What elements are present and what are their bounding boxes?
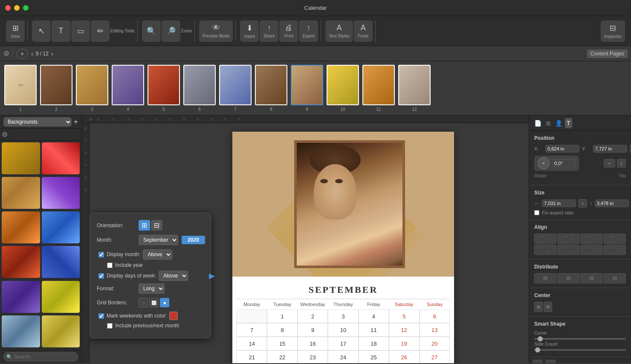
content-pages-button[interactable]: Content Pages [587, 49, 628, 58]
view-button[interactable]: ⊞ View [6, 20, 25, 42]
thumbnail-12[interactable]: 12 [397, 65, 431, 112]
dist-top-button[interactable]: ⊟ [604, 273, 626, 283]
display-days-select[interactable]: Above [159, 271, 188, 281]
align-right-button[interactable]: ⬛ [581, 234, 603, 244]
year-input[interactable]: 2020 [182, 236, 205, 244]
preview-button[interactable]: 👁 Preview Mode [199, 20, 233, 42]
close-button[interactable] [5, 5, 11, 11]
align-left-button[interactable]: ⬛ [534, 234, 556, 244]
dist-right-button[interactable]: ⊟ [581, 273, 603, 283]
thumbnail-scroll[interactable]: Cal 1 2 3 4 5 [0, 61, 631, 115]
align-distribute-v-button[interactable]: ⬛ [604, 245, 626, 255]
thumbnail-5[interactable]: 5 [147, 65, 181, 112]
display-days-checkbox[interactable] [98, 273, 104, 279]
background-item-12[interactable] [42, 315, 80, 347]
layer-grid-button[interactable]: ⊟ [546, 360, 556, 363]
inspector-tab-person[interactable]: 👤 [553, 118, 564, 128]
border-none-button[interactable]: □ [139, 298, 148, 307]
background-item-3[interactable] [2, 177, 40, 209]
center-v-button[interactable]: ⊕ [544, 302, 552, 312]
thumbnail-7[interactable]: 7 [218, 65, 252, 112]
thumbnail-3[interactable]: 3 [75, 65, 109, 112]
width-chevron-button[interactable]: › [579, 199, 587, 208]
thumbnail-2[interactable]: 2 [39, 65, 73, 112]
background-item-7[interactable] [2, 246, 40, 278]
align-bottom-button[interactable]: ⬛ [557, 245, 579, 255]
background-item-5[interactable] [2, 211, 40, 243]
align-center-v-button[interactable]: ⬛ [534, 245, 556, 255]
thumbnail-11[interactable]: 11 [362, 65, 396, 112]
y-input[interactable] [593, 145, 627, 153]
side-count-row: Side Count [534, 341, 626, 347]
thumbnail-1[interactable]: Cal 1 [3, 65, 38, 112]
center-h-button[interactable]: ⊕ [534, 302, 543, 312]
settings-icon[interactable]: ⚙ [3, 49, 9, 58]
prev-page-button[interactable]: ‹ [31, 50, 33, 57]
zoom-out-button[interactable]: 🔍 [142, 20, 161, 42]
month-select[interactable]: September [139, 235, 178, 245]
sidebar-add-button[interactable]: + [73, 118, 78, 127]
width-input[interactable] [542, 199, 576, 207]
mark-weekends-checkbox[interactable] [98, 313, 104, 319]
shape-tool-button[interactable]: ▭ [71, 20, 90, 42]
align-center-h-button[interactable]: ⬛ [557, 234, 579, 244]
background-item-6[interactable] [42, 211, 80, 243]
thumbnail-6[interactable]: 6 [182, 65, 217, 112]
text-styles-button[interactable]: A Text Styles [325, 20, 353, 42]
background-item-1[interactable] [2, 142, 40, 174]
minimize-button[interactable] [14, 5, 20, 11]
border-thin-button[interactable]: ⬜ [149, 298, 159, 307]
print-button[interactable]: 🖨 Print [279, 20, 298, 42]
thumbnail-4[interactable]: 4 [111, 65, 145, 112]
sidebar-category-dropdown[interactable]: Backgrounds [3, 117, 72, 127]
align-distribute-h-button[interactable]: ⬛ [581, 245, 603, 255]
arrow-tool-button[interactable]: ↖ [32, 20, 51, 42]
weekend-color-swatch[interactable] [169, 312, 178, 320]
format-select[interactable]: Long [139, 283, 165, 294]
thumbnail-9[interactable]: 9 [290, 65, 324, 112]
inspector-tab-layout[interactable]: ⊞ [544, 118, 553, 128]
export-button[interactable]: ↑ Export [299, 20, 318, 42]
background-item-4[interactable] [42, 177, 80, 209]
include-year-checkbox[interactable] [107, 263, 113, 268]
layer-stack-button[interactable]: ⊞ [533, 360, 542, 363]
dist-left-button[interactable]: ⊟ [534, 273, 556, 283]
thumbnail-8[interactable]: 8 [254, 65, 288, 112]
search-input[interactable] [3, 352, 78, 361]
flip-vertical-button[interactable]: ↕ [617, 159, 626, 168]
inspector-button[interactable]: ⊟ Inspector [601, 20, 625, 42]
align-top-button[interactable]: ⬛ [604, 234, 626, 244]
fonts-button[interactable]: A Fonts [354, 20, 373, 42]
background-item-11[interactable] [2, 315, 40, 347]
dist-center-button[interactable]: ⊟ [557, 273, 579, 283]
include-prev-next-checkbox[interactable] [107, 323, 113, 329]
curve-slider-thumb[interactable] [538, 336, 543, 341]
portrait-button[interactable]: ⊞ [139, 220, 150, 231]
add-page-button[interactable]: + [17, 49, 28, 59]
border-thick-button[interactable]: ■ [160, 298, 169, 307]
x-input[interactable] [545, 145, 579, 153]
flip-horizontal-button[interactable]: ↔ [604, 159, 615, 168]
inspector-tab-document[interactable]: 📄 [533, 118, 543, 128]
fix-aspect-checkbox[interactable] [534, 210, 539, 215]
display-month-select[interactable]: Above [143, 249, 172, 260]
background-item-8[interactable] [42, 246, 80, 278]
landscape-button[interactable]: ⊟ [151, 220, 162, 231]
pen-tool-button[interactable]: ✏ [91, 20, 110, 42]
rotate-input[interactable] [552, 159, 576, 167]
height-input[interactable] [595, 199, 629, 207]
next-page-button[interactable]: › [51, 50, 53, 57]
display-month-checkbox[interactable] [98, 252, 104, 257]
thumbnail-10[interactable]: 10 [326, 65, 360, 112]
sidebar-gear-button[interactable]: ⚙ [2, 130, 8, 139]
insert-button[interactable]: ⬇ Insert [240, 20, 259, 42]
background-item-9[interactable] [2, 281, 40, 313]
zoom-in-button[interactable]: 🔎 [162, 20, 180, 42]
background-item-10[interactable] [42, 281, 80, 313]
inspector-tab-text[interactable]: T [565, 118, 572, 128]
share-button[interactable]: ↑ Share [260, 20, 278, 42]
side-count-slider-thumb[interactable] [535, 347, 540, 352]
maximize-button[interactable] [23, 5, 29, 11]
text-tool-button[interactable]: T [52, 20, 70, 42]
background-item-2[interactable] [42, 142, 80, 174]
